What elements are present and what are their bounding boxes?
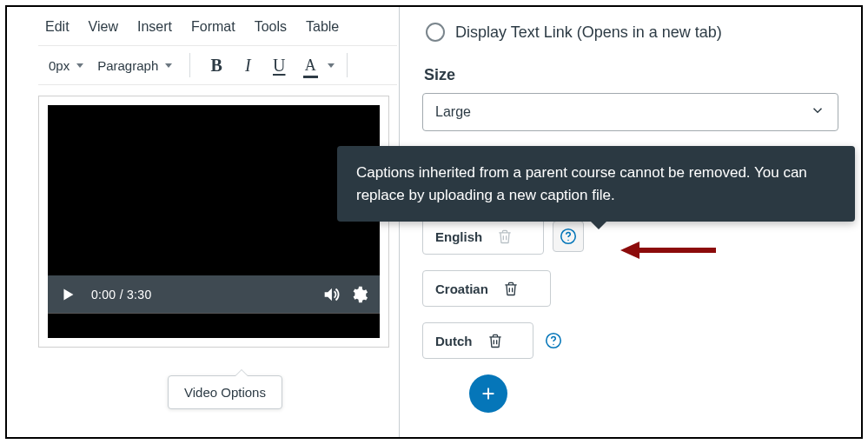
caption-chip: English: [422, 218, 544, 255]
toolbar-separator: [347, 53, 348, 77]
display-text-link-label: Display Text Link (Opens in a new tab): [455, 23, 722, 42]
volume-button[interactable]: [317, 281, 345, 308]
block-format-value: Paragraph: [97, 58, 158, 73]
menu-edit[interactable]: Edit: [45, 19, 70, 35]
menu-insert[interactable]: Insert: [137, 19, 172, 35]
settings-button[interactable]: [345, 281, 373, 308]
rce-toolbar: 0px Paragraph B I U A: [38, 45, 397, 85]
help-icon: [557, 225, 580, 248]
toolbar-separator: [189, 53, 190, 77]
caption-chip: Dutch: [422, 322, 533, 359]
play-button[interactable]: [51, 278, 84, 311]
bold-button[interactable]: B: [204, 53, 229, 77]
video-time: 0:00 / 3:30: [91, 288, 151, 302]
chevron-down-icon: [165, 63, 172, 68]
video-player[interactable]: 0:00 / 3:30: [48, 105, 380, 338]
svg-point-1: [567, 240, 568, 241]
size-value: Large: [435, 104, 471, 120]
rce-menubar: Edit View Insert Format Tools Table: [38, 16, 397, 45]
menu-format[interactable]: Format: [191, 19, 235, 35]
menu-table[interactable]: Table: [306, 19, 339, 35]
underline-button[interactable]: U: [267, 53, 291, 77]
inherited-caption-tooltip: Captions inherited from a parent course …: [337, 146, 855, 222]
caption-language: English: [435, 229, 482, 244]
size-select[interactable]: Large: [422, 93, 838, 131]
italic-button[interactable]: I: [235, 53, 260, 77]
radio-icon: [426, 23, 445, 42]
add-caption-button[interactable]: [469, 374, 507, 413]
font-size-value: 0px: [49, 58, 70, 73]
menu-view[interactable]: View: [89, 19, 118, 35]
menu-tools[interactable]: Tools: [255, 19, 287, 35]
trash-icon: [494, 226, 515, 247]
size-label: Size: [424, 66, 838, 84]
caption-language: Dutch: [435, 334, 473, 348]
caption-help-button[interactable]: [542, 329, 565, 352]
display-text-link-option[interactable]: Display Text Link (Opens in a new tab): [426, 23, 838, 42]
video-preview: 0:00 / 3:30: [38, 96, 389, 348]
caption-row-croatian: Croatian: [422, 270, 838, 307]
svg-point-3: [553, 344, 553, 345]
caption-row-english: English: [422, 218, 838, 255]
caption-chip: Croatian: [422, 270, 551, 307]
caption-help-button[interactable]: [553, 221, 584, 252]
closed-captions-list: English Croatian: [422, 218, 838, 413]
delete-caption-button[interactable]: [485, 330, 506, 351]
chevron-down-icon: [76, 63, 83, 68]
font-size-dropdown[interactable]: 0px: [45, 55, 87, 76]
chevron-down-icon: [328, 63, 335, 68]
block-format-dropdown[interactable]: Paragraph: [94, 55, 176, 76]
delete-caption-button[interactable]: [500, 278, 521, 299]
video-controls: 0:00 / 3:30: [48, 275, 380, 314]
caption-language: Croatian: [435, 282, 488, 296]
chevron-down-icon: [810, 103, 825, 122]
text-color-button[interactable]: A: [298, 53, 322, 77]
video-options-popover[interactable]: Video Options: [168, 375, 282, 409]
caption-row-dutch: Dutch: [422, 322, 838, 359]
